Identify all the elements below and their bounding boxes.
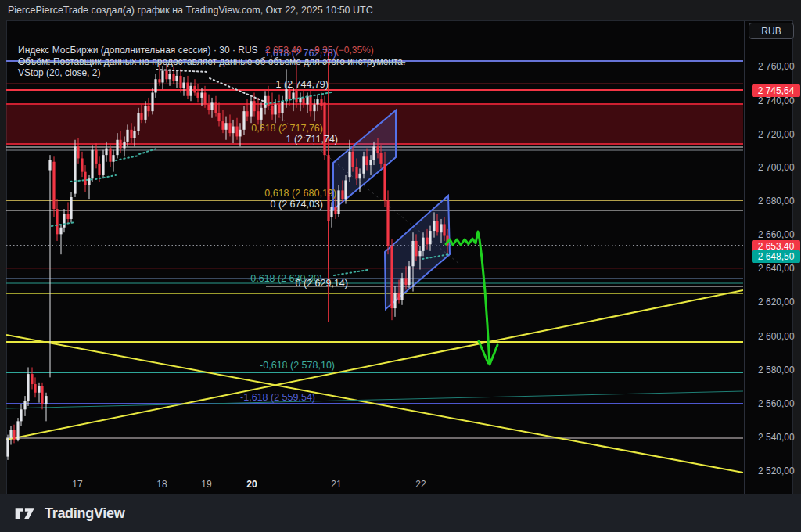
candle xyxy=(358,174,361,178)
candle xyxy=(274,105,276,115)
candle xyxy=(415,241,417,256)
candle xyxy=(309,96,311,111)
candle xyxy=(109,149,111,162)
candle xyxy=(232,127,234,134)
last-price: 2 653,40 xyxy=(265,45,302,56)
price-badge: 2 648,50 xyxy=(752,250,800,263)
candle xyxy=(98,164,100,175)
candle xyxy=(369,160,372,165)
symbol-title: Индекс МосБиржи (дополнительная сессия) … xyxy=(18,45,258,56)
candle xyxy=(418,251,421,256)
candle xyxy=(59,228,62,235)
candle xyxy=(228,123,231,133)
candle xyxy=(288,89,290,99)
candle xyxy=(41,386,43,404)
candle xyxy=(341,190,343,199)
indicator-row[interactable]: VStop (20, close, 2) xyxy=(18,67,405,79)
candle xyxy=(105,149,107,156)
candle xyxy=(257,111,259,120)
candle xyxy=(408,266,410,285)
candle xyxy=(334,207,336,214)
candle xyxy=(221,121,224,130)
candle xyxy=(34,384,36,393)
candle xyxy=(45,396,47,404)
footer-bar: TradingView xyxy=(0,494,801,532)
candle xyxy=(74,146,76,193)
plot-area[interactable]: 1,618 (2 762,78)1 (2 744,79)0,618 (2 717… xyxy=(3,48,743,473)
tradingview-logo-icon[interactable] xyxy=(14,505,38,521)
candle xyxy=(344,180,347,199)
candle xyxy=(397,293,400,300)
candle xyxy=(56,209,58,234)
candle xyxy=(436,221,438,232)
fib-label: 0,618 (2 717,76) xyxy=(251,123,323,134)
trendline[interactable] xyxy=(6,290,743,440)
candle xyxy=(337,190,339,214)
fib-label: 0,618 (2 680,19) xyxy=(264,188,336,199)
candle xyxy=(186,83,189,96)
candle xyxy=(355,167,357,178)
candle xyxy=(313,105,315,112)
candle xyxy=(112,155,114,162)
candle xyxy=(390,246,393,308)
candle xyxy=(217,113,220,121)
volume-row[interactable]: Объём: Поставщик данных не предоставляет… xyxy=(18,56,405,68)
volume-note: Объём: Поставщик данных не предоставляет… xyxy=(18,56,405,67)
candle xyxy=(31,374,33,384)
candle xyxy=(48,160,51,171)
brand-name[interactable]: TradingView xyxy=(45,505,124,522)
candle xyxy=(250,101,252,116)
candle xyxy=(440,224,442,232)
candle xyxy=(203,92,206,104)
candle xyxy=(200,92,203,97)
candle xyxy=(214,102,217,113)
candle xyxy=(196,92,199,97)
fib-label: -0,618 (2 578,10) xyxy=(260,360,335,371)
candle xyxy=(158,79,160,82)
candle xyxy=(362,156,365,174)
price-chart[interactable]: 1,618 (2 762,78)1 (2 744,79)0,618 (2 717… xyxy=(0,0,801,532)
symbol-row[interactable]: Индекс МосБиржи (дополнительная сессия) … xyxy=(18,45,405,56)
candle xyxy=(130,130,132,138)
candle xyxy=(426,238,428,245)
candle xyxy=(84,172,86,185)
candle xyxy=(210,102,213,110)
currency-button[interactable]: RUB xyxy=(749,23,794,39)
trendline[interactable] xyxy=(6,391,743,408)
candle xyxy=(81,158,83,171)
candle xyxy=(207,105,210,110)
candle xyxy=(330,207,332,217)
candle xyxy=(376,146,379,153)
candle xyxy=(235,127,238,137)
candle xyxy=(154,79,156,92)
vstop-dots xyxy=(95,175,116,179)
candle xyxy=(348,152,350,177)
candle xyxy=(16,421,19,440)
fib-label: 1 (2 744,79) xyxy=(276,79,329,90)
candle xyxy=(9,430,12,438)
fib-label: -1,618 (2 559,54) xyxy=(240,392,315,403)
candle xyxy=(285,89,287,101)
chart-legend: Индекс МосБиржи (дополнительная сессия) … xyxy=(18,45,405,79)
candle xyxy=(224,123,227,130)
candle xyxy=(379,153,382,164)
fib-label: 0 (2 674,03) xyxy=(271,199,323,210)
candle xyxy=(264,96,266,108)
vstop-dots xyxy=(116,156,138,160)
candle xyxy=(351,152,354,167)
price-change: −9,35 (−0,35%) xyxy=(309,45,374,56)
candle xyxy=(443,224,445,235)
fib-label: 0 (2 629,14) xyxy=(296,278,348,289)
candle xyxy=(91,150,93,179)
indicator-label: VStop (20, close, 2) xyxy=(18,67,100,78)
candle xyxy=(38,386,40,393)
candle xyxy=(6,438,9,457)
candle xyxy=(422,238,424,251)
candle xyxy=(433,221,435,231)
candle xyxy=(323,102,325,155)
candle xyxy=(302,98,304,105)
candle xyxy=(193,86,196,93)
candle xyxy=(242,111,245,130)
candle xyxy=(147,106,149,111)
fib-label: 1 (2 711,74) xyxy=(286,134,338,145)
